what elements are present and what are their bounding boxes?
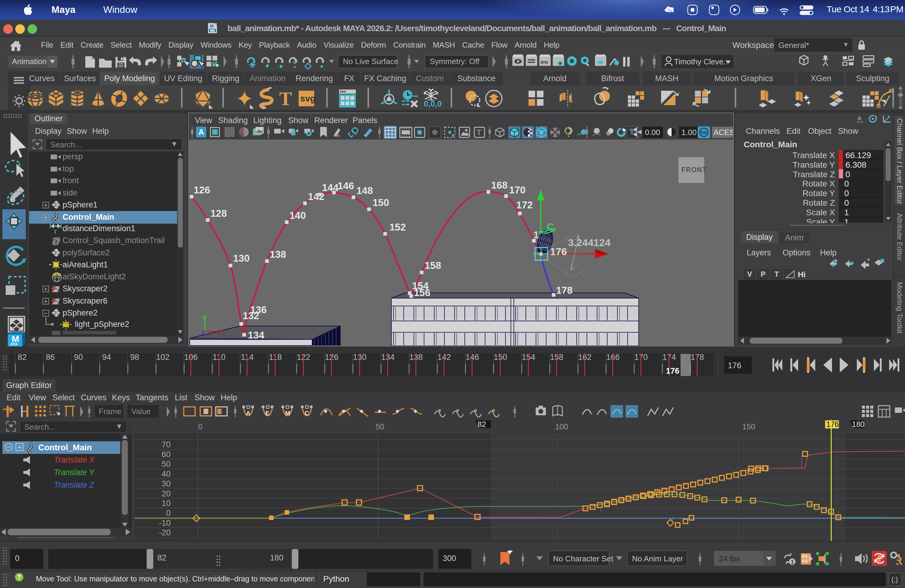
svg-text:158: 158 xyxy=(425,260,441,271)
svg-text:0.00: 0.00 xyxy=(645,128,660,137)
svg-text:x: x xyxy=(218,327,222,335)
svg-text:176: 176 xyxy=(666,366,680,375)
svg-text:E: E xyxy=(265,410,269,416)
svg-text:178: 178 xyxy=(556,285,573,296)
svg-text:3.244124: 3.244124 xyxy=(568,237,611,248)
svg-text:176: 176 xyxy=(550,246,567,257)
svg-text:10: 10 xyxy=(162,499,171,508)
svg-text:IPR: IPR xyxy=(540,60,548,65)
svg-text:ACES: ACES xyxy=(713,128,733,137)
svg-text:128: 128 xyxy=(210,208,227,219)
svg-text:30: 30 xyxy=(162,479,171,488)
svg-text:146: 146 xyxy=(338,180,354,191)
svg-text:156: 156 xyxy=(414,287,430,298)
svg-text:No Character Set: No Character Set xyxy=(553,554,613,563)
svg-text:148: 148 xyxy=(356,185,373,196)
svg-text:T: T xyxy=(54,230,57,235)
svg-text:No Anim Layer: No Anim Layer xyxy=(632,554,683,563)
svg-text:Symmetry: Off: Symmetry: Off xyxy=(430,57,479,66)
svg-text:AYA: AYA xyxy=(10,342,18,346)
svg-text:90: 90 xyxy=(74,353,83,362)
svg-text:172: 172 xyxy=(516,199,533,210)
svg-text:168: 168 xyxy=(491,180,508,191)
svg-text:MB: MB xyxy=(210,29,215,32)
svg-text:150: 150 xyxy=(373,197,389,208)
svg-text:FRONT: FRONT xyxy=(681,166,707,174)
svg-text:Animation: Animation xyxy=(12,57,47,66)
svg-text:86: 86 xyxy=(46,353,55,362)
svg-text:M: M xyxy=(210,23,214,29)
svg-text:100: 100 xyxy=(555,422,568,431)
svg-text:20: 20 xyxy=(162,489,171,498)
svg-text:A: A xyxy=(198,127,204,137)
svg-text:60: 60 xyxy=(162,450,171,459)
svg-text:82: 82 xyxy=(478,420,486,428)
svg-text:138: 138 xyxy=(270,249,286,260)
svg-text:y: y xyxy=(203,313,207,321)
svg-text:94: 94 xyxy=(102,353,111,362)
svg-text:144: 144 xyxy=(322,182,339,193)
svg-text:-20: -20 xyxy=(159,528,171,537)
svg-text:C: C xyxy=(305,410,309,416)
svg-text:102: 102 xyxy=(156,353,169,362)
svg-text:24 fps: 24 fps xyxy=(719,554,740,563)
svg-text:50: 50 xyxy=(376,422,384,431)
svg-text:Value: Value xyxy=(132,407,151,416)
svg-text:136: 136 xyxy=(250,304,267,315)
svg-text:M: M xyxy=(285,410,290,416)
svg-text:134: 134 xyxy=(248,330,265,341)
svg-text:176: 176 xyxy=(728,361,741,370)
svg-text:82: 82 xyxy=(17,353,27,362)
svg-text:170: 170 xyxy=(509,184,526,195)
svg-text:{;}: {;} xyxy=(891,575,898,583)
svg-text:50: 50 xyxy=(162,459,171,469)
svg-text:ON: ON xyxy=(700,130,707,135)
svg-text:98: 98 xyxy=(130,353,139,362)
svg-text:130: 130 xyxy=(233,253,249,264)
svg-text:152: 152 xyxy=(389,222,406,233)
svg-text:70: 70 xyxy=(162,440,171,449)
svg-text:176: 176 xyxy=(826,420,839,428)
svg-text:180: 180 xyxy=(852,420,865,428)
svg-text:z: z xyxy=(202,328,205,336)
svg-text:Frame: Frame xyxy=(99,407,121,416)
svg-text:Timothy Cleve..: Timothy Cleve.. xyxy=(674,57,728,66)
svg-text:0: 0 xyxy=(166,509,171,518)
svg-text:150: 150 xyxy=(742,422,755,431)
svg-text:1: 1 xyxy=(791,559,794,565)
svg-text:T: T xyxy=(477,129,481,137)
svg-text:0: 0 xyxy=(198,422,202,431)
svg-text:126: 126 xyxy=(194,184,210,195)
svg-text:140: 140 xyxy=(289,210,306,221)
svg-text:No Live Surface: No Live Surface xyxy=(343,57,399,66)
svg-text:-10: -10 xyxy=(159,518,171,528)
svg-text:40: 40 xyxy=(162,469,171,478)
svg-text:A: A xyxy=(246,410,250,416)
svg-text:1.00: 1.00 xyxy=(681,128,697,137)
